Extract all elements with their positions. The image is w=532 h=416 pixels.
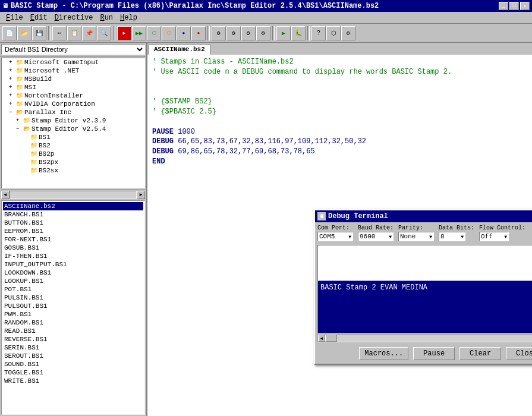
scroll-track[interactable] [10,191,137,199]
debug-button[interactable]: 🐛 [291,26,306,40]
tree-item-stamp239[interactable]: + 📁 Stamp Editor v2.3.9 [2,116,144,125]
tree-item-bs2p[interactable]: 📁 BS2p [2,150,144,158]
code-line-9: DEBUG 66,65,83,73,67,32,83,116,97,109,11… [152,137,527,147]
file-item-random[interactable]: RANDOM.BS1 [3,319,143,327]
tree-item-norton[interactable]: + 📁 NortonInstaller [2,92,144,100]
com-port-label: Com Port: [317,225,353,231]
tree-item-stamp254[interactable]: − 📂 Stamp Editor v2.5.4 [2,125,144,133]
debug-terminal-dialog: 🖥 Debug Terminal _ □ ✕ Com Port: COM5 ▼ [314,209,532,365]
tree-label: BS2px [39,159,58,166]
com-port-arrow: ▼ [348,234,351,239]
tree-item-bs1[interactable]: 📁 BS1 [2,133,144,141]
menu-edit[interactable]: Edit [27,13,51,23]
file-item-asciiname[interactable]: ASCIINane.bs2 [3,202,143,210]
find-button[interactable]: 🔍 [97,26,111,40]
file-item-pulsout[interactable]: PULSOUT.BS1 [3,302,143,310]
tool3[interactable]: ⚙ [241,26,256,40]
extra3[interactable]: ⚙ [341,26,355,40]
tool2[interactable]: ⚙ [226,26,241,40]
upper-terminal[interactable] [317,245,532,281]
maximize-button[interactable]: □ [509,2,519,10]
tree-label: NortonInstaller [24,92,83,99]
data-bits-arrow: ▼ [461,234,464,239]
extra2[interactable]: ⬡ [326,26,341,40]
tree-item-dotnet[interactable]: + 📁 Microsoft .NET [2,67,144,75]
tree-item-gameinput[interactable]: + 📁 Microsoft GameInput [2,58,144,67]
file-item-read[interactable]: READ.BS1 [3,327,143,335]
terminal-hscroll[interactable]: ◄ ► [317,334,532,342]
file-item-reverse[interactable]: REVERSE.BS1 [3,335,143,343]
file-list[interactable]: ASCIINane.bs2 BRANCH.BS1 BUTTON.BS1 EEPR… [1,200,145,415]
flow-control-select[interactable]: Off ▼ [479,232,509,241]
run-btn1[interactable]: ▶ [117,26,131,40]
baud-rate-select[interactable]: 9600 ▼ [358,232,394,241]
minimize-button[interactable]: _ [499,2,508,10]
new-button[interactable]: 📄 [2,26,17,40]
file-item-pot[interactable]: POT.BS1 [3,285,143,294]
tree-item-bs2[interactable]: 📁 BS2 [2,141,144,150]
scroll-right[interactable]: ► [137,191,145,199]
tree-hscroll[interactable]: ◄ ► [1,190,145,199]
flow-control-label: Flow Control: [479,225,525,231]
file-item-lookup[interactable]: LOOKUP.BS1 [3,277,143,285]
run-btn2[interactable]: ▶▶ [132,26,146,40]
tree-item-bs2sx[interactable]: 📁 BS2sx [2,166,144,175]
macros-button[interactable]: Macros... [359,347,408,360]
hscroll-left[interactable]: ◄ [318,335,325,342]
tab-asciiname[interactable]: ASCIIName.bs2 [149,44,210,55]
run-btn6[interactable]: ● [191,26,206,40]
parity-select[interactable]: None ▼ [398,232,434,241]
tree-item-msbuild[interactable]: + 📁 MSBuild [2,75,144,83]
file-item-pwm[interactable]: PWM.BS1 [3,310,143,319]
directory-select[interactable]: Default BS1 Directory [1,44,145,55]
open-button[interactable]: 📂 [17,26,32,40]
tree-item-nvidia[interactable]: + 📁 NVIDIA Corporation [2,100,144,108]
file-item-button[interactable]: BUTTON.BS1 [3,219,143,227]
file-item-serin[interactable]: SERIN.BS1 [3,343,143,352]
save-button[interactable]: 💾 [32,26,46,40]
hscroll-thumb[interactable] [325,335,337,342]
tree-item-parallax[interactable]: − 📂 Parallax Inc [2,108,144,116]
close-button[interactable]: ✕ [520,2,530,10]
code-line-2: ' Use ASCII code n a DEBUG command to di… [152,67,527,77]
file-item-inputoutput[interactable]: INPUT_OUTPUT.BS1 [3,260,143,269]
close-dialog-button[interactable]: Close [506,347,532,360]
file-item-lookdown[interactable]: LOOKDOWN.BS1 [3,269,143,277]
cut-button[interactable]: ✂ [52,26,67,40]
file-tree[interactable]: + 📁 Microsoft GameInput + 📁 Microsoft .N… [1,58,145,188]
pause-button[interactable]: Pause [413,347,455,360]
tree-item-msi[interactable]: + 📁 MSI [2,83,144,92]
file-item-eeprom[interactable]: EEPROM.BS1 [3,227,143,235]
paste-button[interactable]: 📌 [82,26,96,40]
file-item-branch[interactable]: BRANCH.BS1 [3,210,143,219]
file-item-serout[interactable]: SEROUT.BS1 [3,352,143,360]
com-port-select[interactable]: COM5 ▼ [317,232,353,241]
tree-item-bs2px[interactable]: 📁 BS2px [2,158,144,166]
clear-button[interactable]: Clear [459,347,501,360]
menu-file[interactable]: File [2,13,27,23]
menu-run[interactable]: Run [96,13,117,23]
run-btn5[interactable]: ● [177,26,191,40]
run-btn4[interactable]: ⬡ [162,26,176,40]
file-item-write[interactable]: WRITE.BS1 [3,377,143,385]
file-item-gosub[interactable]: GOSUB.BS1 [3,244,143,252]
file-item-toggle[interactable]: TOGGLE.BS1 [3,368,143,377]
menu-help[interactable]: Help [117,13,141,23]
title-bar: 🖥 BASIC Stamp - C:\Program Files (x86)\P… [0,0,532,12]
data-bits-select[interactable]: 8 ▼ [439,232,465,241]
play-button[interactable]: ▶ [276,26,291,40]
copy-button[interactable]: 📋 [67,26,81,40]
tool1[interactable]: ⚙ [212,26,226,40]
file-item-sound[interactable]: SOUND.BS1 [3,360,143,368]
file-item-fornext[interactable]: FOR-NEXT.BS1 [3,235,143,244]
scroll-left[interactable]: ◄ [1,191,10,199]
folder-icon: 📁 [16,67,23,74]
menu-directive[interactable]: Directive [51,13,97,23]
extra1[interactable]: ? [311,26,326,40]
lower-terminal[interactable]: BASIC Stamp 2 EVAN MEDINA [317,281,532,334]
run-btn3[interactable]: ⬡ [147,26,161,40]
tool4[interactable]: ⚙ [256,26,270,40]
file-item-pulsin[interactable]: PULSIN.BS1 [3,294,143,302]
file-item-ifthen[interactable]: IF-THEN.BS1 [3,252,143,260]
code-line-8: PAUSE 1000 [152,127,527,137]
